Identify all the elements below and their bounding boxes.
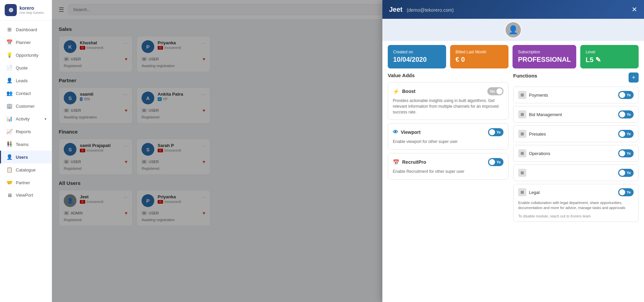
value-add-viewport: 👁 Viewport Ye Enable viewport for other … <box>388 123 508 150</box>
stat-subscription: Subscription PROFESSIONAL <box>513 45 576 68</box>
toggle-unknown[interactable]: Ye <box>618 169 634 177</box>
function-name-presales: ⊞ Presales <box>518 130 546 138</box>
functions-header: Functions + <box>513 72 639 83</box>
toggle-payments[interactable]: Ye <box>618 91 634 99</box>
partner-icon: 🤝 <box>6 180 12 186</box>
sidebar-label-contact: Contact <box>16 91 31 96</box>
value-add-boost: ⚡ Boost No Provides actionable insights … <box>388 82 508 120</box>
function-name-unknown: ⊞ <box>518 169 529 177</box>
toggle-viewport[interactable]: Ye <box>488 128 503 136</box>
dashboard-icon: ⊞ <box>6 27 12 33</box>
value-name-label-viewport: Viewport <box>401 130 421 135</box>
stat-billed: Billed Last Month € 0 <box>450 45 508 68</box>
function-icon-operations: ⊞ <box>518 149 526 157</box>
function-legal: ⊞ Legal Ye Enable collaboration with leg… <box>513 184 639 222</box>
sidebar-item-activity[interactable]: 📊 Activity ▾ <box>0 112 52 125</box>
sidebar-item-catalogue[interactable]: 📋 Catalogue <box>0 163 52 176</box>
sidebar-label-teams: Teams <box>16 142 29 147</box>
logo-icon: ⊛ <box>5 4 17 16</box>
sidebar-label-quote: Quote <box>16 65 28 70</box>
function-name-payments: ⊞ Psyments <box>518 91 548 99</box>
stat-value-level: L5 ✎ <box>586 56 633 64</box>
sidebar-item-reports[interactable]: 📈 Reports <box>0 125 52 138</box>
functions-panel: Functions + ⊞ Psyments Ye ⊞ Bid Manageme… <box>513 72 639 297</box>
sidebar-item-contact[interactable]: 👥 Contact <box>0 87 52 100</box>
toggle-knob <box>619 170 625 176</box>
modal-header: Jeet (demo@tekorero.com) ✕ <box>382 0 644 19</box>
toggle-knob <box>619 150 625 156</box>
toggle-legal[interactable]: Ye <box>618 188 634 196</box>
toggle-label: Ye <box>627 190 631 194</box>
sidebar-item-dashboard[interactable]: ⊞ Dashboard <box>0 23 52 36</box>
value-icon-recruitpro: 📅 <box>393 159 399 165</box>
sidebar-label-dashboard: Dashboard <box>16 27 37 32</box>
function-top-legal: ⊞ Legal Ye <box>514 184 638 200</box>
toggle-recruitpro[interactable]: Ye <box>488 158 503 166</box>
toggle-knob <box>619 131 625 137</box>
toggle-bid[interactable]: Ye <box>618 110 634 118</box>
function-name-bid: ⊞ Bid Management <box>518 110 562 118</box>
modal-body: Value Adds ⚡ Boost No Provides actionabl… <box>382 72 644 302</box>
function-icon-payments: ⊞ <box>518 91 526 99</box>
sidebar-item-planner[interactable]: 📅 Planner <box>0 36 52 49</box>
catalogue-icon: 📋 <box>6 167 12 173</box>
toggle-label: No <box>490 89 495 93</box>
function-item-payments: ⊞ Psyments Ye <box>513 87 639 103</box>
sidebar-label-partner: Partner <box>16 180 30 185</box>
users-icon: 👤 <box>6 154 12 160</box>
functions-list: ⊞ Psyments Ye ⊞ Bid Management Ye ⊞ Pres… <box>513 87 639 222</box>
value-card-name-viewport: 👁 Viewport <box>393 129 421 135</box>
app-name: korero <box>19 6 44 11</box>
modal-stats: Created on 10/04/2020 Billed Last Month … <box>382 41 644 72</box>
sidebar-item-opportunity[interactable]: 💡 Opportunity <box>0 49 52 61</box>
value-card-name-recruitpro: 📅 RecruitPro <box>393 159 426 165</box>
toggle-presales[interactable]: Ye <box>618 130 634 138</box>
legal-description: Enable collaboration with legal departme… <box>514 200 638 214</box>
sidebar-item-leads[interactable]: 👤 Leads <box>0 74 52 87</box>
opportunity-icon: 💡 <box>6 52 12 58</box>
sidebar-item-users[interactable]: 👤 Users <box>0 151 52 163</box>
sidebar-item-viewport[interactable]: 🖥 ViewPort <box>0 189 52 201</box>
sidebar-label-catalogue: Catalogue <box>16 167 36 172</box>
function-item-bid: ⊞ Bid Management Ye <box>513 106 639 123</box>
modal-close-button[interactable]: ✕ <box>632 5 637 13</box>
value-icon-boost: ⚡ <box>393 88 399 95</box>
toggle-operations[interactable]: Ye <box>618 149 634 157</box>
function-label-operations: Operations <box>529 151 550 156</box>
function-label-payments: Psyments <box>529 93 548 98</box>
function-icon-legal: ⊞ <box>518 188 526 196</box>
stat-created: Created on 10/04/2020 <box>388 45 446 68</box>
sidebar-label-activity: Activity <box>16 116 30 121</box>
function-icon-bid: ⊞ <box>518 110 526 118</box>
value-desc-boost: Provides actionable insights using in bu… <box>393 98 503 115</box>
stat-value-created: 10/04/2020 <box>393 56 441 63</box>
value-adds-title: Value Adds <box>388 72 508 78</box>
function-item-operations: ⊞ Operations Ye <box>513 145 639 162</box>
function-label-bid: Bid Management <box>529 112 562 117</box>
viewport-icon: 🖥 <box>6 192 12 198</box>
reports-icon: 📈 <box>6 129 12 135</box>
sidebar-label-planner: Planner <box>16 40 31 45</box>
toggle-knob <box>619 189 625 195</box>
sidebar-item-teams[interactable]: 👫 Teams <box>0 138 52 151</box>
value-desc-viewport: Enable viewport for other super user <box>393 139 503 145</box>
toggle-label: Ye <box>627 132 631 136</box>
modal-title-area: Jeet (demo@tekorero.com) <box>389 6 454 13</box>
value-add-recruitpro: 📅 RecruitPro Ye Enable Recruitment for o… <box>388 153 508 180</box>
toggle-knob <box>619 111 625 117</box>
add-function-button[interactable]: + <box>629 72 639 83</box>
toggle-label: Ye <box>627 151 631 155</box>
legal-note: To disable module, reach out to Korero t… <box>514 214 638 221</box>
value-adds-list: ⚡ Boost No Provides actionable insights … <box>388 82 508 180</box>
stat-label-created: Created on <box>393 50 441 54</box>
toggle-knob <box>489 159 495 165</box>
sidebar-item-partner[interactable]: 🤝 Partner <box>0 176 52 189</box>
sidebar-item-quote[interactable]: 📄 Quote <box>0 61 52 74</box>
value-card-top-viewport: 👁 Viewport Ye <box>393 128 503 136</box>
value-card-name-boost: ⚡ Boost <box>393 88 416 95</box>
sidebar-item-customer[interactable]: 🏢 Customer <box>0 100 52 112</box>
function-label-presales: Presales <box>529 132 546 137</box>
sidebar: ⊛ korero One Stop Solution ⊞ Dashboard 📅… <box>0 0 52 302</box>
toggle-label: Ye <box>627 112 631 116</box>
toggle-boost[interactable]: No <box>487 87 503 95</box>
